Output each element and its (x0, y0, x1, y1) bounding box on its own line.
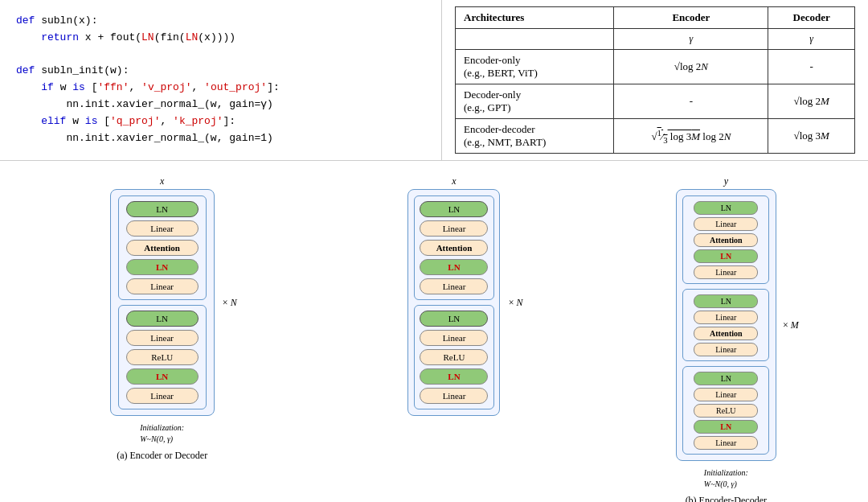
node-bm-linear2: Linear (420, 278, 488, 294)
cell-arch-3: Encoder-decoder(e.g., NMT, BART) (456, 119, 614, 154)
diagram-a-times-n: × N (223, 297, 237, 309)
node-br-ln2: LN (694, 249, 758, 263)
diagram-b-right-init-label: Initialization:W~N(0, γ) (704, 467, 748, 490)
node-bm-ln1: LN (420, 201, 488, 217)
node-a-ln2: LN (126, 259, 199, 275)
node-br-linear4: Linear (694, 343, 758, 356)
diagram-a-init-label: Initialization:W~N(0, γ) (140, 422, 184, 445)
diagram-b-right-times-m: × M (783, 319, 799, 331)
node-br-linear3: Linear (694, 311, 758, 324)
node-a-ln3: LN (126, 311, 199, 327)
row-decoder-only: Decoder-only(e.g., GPT) - √log 2M (456, 84, 855, 119)
diagram-b-right-outer: LN Linear Attention LN Linear LN Linear … (676, 189, 776, 461)
cell-enc-1: √log 2N (614, 50, 768, 84)
diagram-b-caption: (b) Encoder-Decoder (686, 495, 767, 502)
cell-enc-3: √1⁄3 log 3M log 2N (614, 119, 768, 154)
col-encoder: Encoder (614, 7, 768, 29)
node-bm-attention1: Attention (420, 240, 488, 256)
node-br-attention1: Attention (694, 233, 758, 247)
diagram-b-mid-outer: LN Linear Attention LN Linear LN Linear … (407, 189, 500, 416)
bottom-section: x LN Linear Attention LN Linear (0, 161, 868, 502)
diagram-a-block2: LN Linear ReLU LN Linear (118, 305, 207, 409)
node-a-linear2: Linear (126, 278, 199, 294)
cell-enc-2: - (614, 84, 768, 119)
subh-arch (456, 29, 614, 50)
diagram-b-right-block1: LN Linear Attention LN Linear (682, 195, 769, 284)
cell-dec-1: - (768, 50, 855, 84)
node-br-linear5: Linear (694, 388, 758, 401)
node-a-relu1: ReLU (126, 349, 199, 365)
diagram-a-block1: LN Linear Attention LN Linear (118, 195, 207, 300)
node-bm-ln2: LN (420, 259, 488, 275)
node-a-linear4: Linear (126, 388, 199, 404)
node-br-ln5: LN (694, 372, 758, 385)
code-line-3 (16, 47, 425, 64)
diagram-b-right-y-label: y (724, 175, 728, 187)
cell-dec-2: √log 2M (768, 84, 855, 119)
diagram-a: x LN Linear Attention LN Linear (42, 167, 283, 462)
node-br-ln1: LN (694, 201, 758, 215)
diagram-a-outer: LN Linear Attention LN Linear LN Linear … (110, 189, 215, 416)
subh-encoder: γ (614, 29, 768, 50)
node-a-linear3: Linear (126, 330, 199, 346)
diagram-a-x-label: x (160, 175, 164, 187)
row-encoder-decoder: Encoder-decoder(e.g., NMT, BART) √1⁄3 lo… (456, 119, 855, 154)
diagram-b-mid-block1: LN Linear Attention LN Linear (414, 195, 494, 300)
main-container: def subln(x): return x + fout(LN(fin(LN(… (0, 0, 868, 502)
col-arch: Architectures (456, 7, 614, 29)
node-a-linear1: Linear (126, 220, 199, 237)
diagram-b-mid-times-n: × N (509, 297, 523, 309)
top-section: def subln(x): return x + fout(LN(fin(LN(… (0, 0, 868, 161)
node-br-linear2: Linear (694, 265, 758, 279)
row-encoder-only: Encoder-only(e.g., BERT, ViT) √log 2N - (456, 50, 855, 84)
code-block: def subln(x): return x + fout(LN(fin(LN(… (0, 0, 442, 160)
diagram-a-caption: (a) Encoder or Decoder (117, 450, 207, 462)
code-line-2: return x + fout(LN(fin(LN(x)))) (16, 30, 425, 47)
cell-arch-2: Decoder-only(e.g., GPT) (456, 84, 614, 119)
code-line-4: def subln_init(w): (16, 63, 425, 80)
node-a-ln1: LN (126, 201, 199, 217)
node-br-attention2: Attention (694, 327, 758, 340)
diagram-b-right-block2: LN Linear Attention Linear (682, 289, 769, 361)
node-bm-ln4: LN (420, 368, 488, 385)
diagram-b-right-block3: LN Linear ReLU LN Linear (682, 366, 769, 455)
diagram-b-mid: x LN Linear Attention LN Linear LN Linea… (366, 167, 542, 416)
architecture-table: Architectures Encoder Decoder γ γ Encode… (455, 6, 855, 154)
diagram-b-mid-x-label: x (452, 175, 456, 187)
node-a-ln4: LN (126, 368, 199, 385)
cell-arch-1: Encoder-only(e.g., BERT, ViT) (456, 50, 614, 84)
code-line-1: def subln(x): (16, 13, 425, 30)
node-a-attention1: Attention (126, 240, 199, 256)
code-line-5: if w is ['ffn', 'v_proj', 'out_proj']: (16, 80, 425, 97)
code-line-6: nn.init.xavier_normal_(w, gain=γ) (16, 97, 425, 113)
node-bm-relu1: ReLU (420, 349, 488, 365)
node-br-ln3: LN (694, 294, 758, 308)
node-br-relu1: ReLU (694, 404, 758, 418)
col-decoder: Decoder (768, 7, 855, 29)
diagram-b-right: y LN Linear Attention LN Linear (625, 167, 826, 502)
node-bm-ln3: LN (420, 311, 488, 327)
diagram-b-mid-block2: LN Linear ReLU LN Linear (414, 305, 494, 409)
node-bm-linear1: Linear (420, 220, 488, 237)
node-bm-linear3: Linear (420, 330, 488, 346)
node-br-linear1: Linear (694, 217, 758, 231)
node-br-ln6: LN (694, 420, 758, 434)
table-block: Architectures Encoder Decoder γ γ Encode… (442, 0, 868, 160)
code-line-8: nn.init.xavier_normal_(w, gain=1) (16, 130, 425, 147)
code-line-7: elif w is ['q_proj', 'k_proj']: (16, 113, 425, 130)
cell-dec-3: √log 3M (768, 119, 855, 154)
node-bm-linear4: Linear (420, 388, 488, 404)
subh-decoder: γ (768, 29, 855, 50)
node-br-linear6: Linear (694, 436, 758, 450)
